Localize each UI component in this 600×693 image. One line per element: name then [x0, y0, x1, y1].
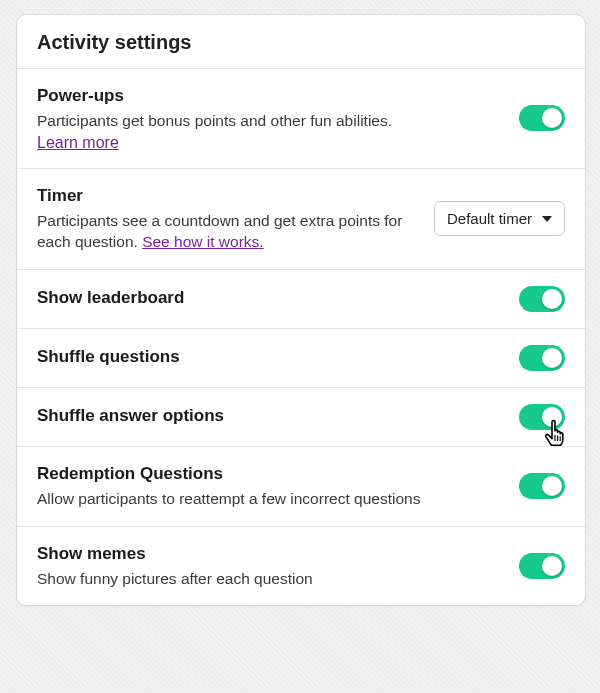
see-how-it-works-link[interactable]: See how it works.: [142, 233, 263, 250]
row-text-shuffle-questions: Shuffle questions: [37, 346, 503, 369]
timer-select-value: Default timer: [447, 210, 532, 227]
learn-more-link[interactable]: Learn more: [37, 134, 503, 152]
activity-settings-panel: Activity settings Power-ups Participants…: [16, 14, 586, 606]
toggle-shuffle-questions[interactable]: [519, 345, 565, 371]
toggle-power-ups[interactable]: [519, 105, 565, 131]
row-text-timer: Timer Participants see a countdown and g…: [37, 185, 418, 253]
row-text-memes: Show memes Show funny pictures after eac…: [37, 543, 503, 590]
row-title-redemption: Redemption Questions: [37, 463, 503, 486]
chevron-down-icon: [542, 216, 552, 222]
panel-title: Activity settings: [37, 31, 565, 54]
row-shuffle-answers: Shuffle answer options: [17, 387, 585, 446]
row-title-timer: Timer: [37, 185, 418, 208]
row-title-shuffle-questions: Shuffle questions: [37, 346, 503, 369]
row-title-power-ups: Power-ups: [37, 85, 503, 108]
row-text-power-ups: Power-ups Participants get bonus points …: [37, 85, 503, 152]
toggle-knob: [542, 407, 562, 427]
toggle-shuffle-answers[interactable]: [519, 404, 565, 430]
row-desc-power-ups: Participants get bonus points and other …: [37, 110, 503, 132]
row-text-leaderboard: Show leaderboard: [37, 287, 503, 310]
row-memes: Show memes Show funny pictures after eac…: [17, 526, 585, 606]
row-title-memes: Show memes: [37, 543, 503, 566]
row-shuffle-questions: Shuffle questions: [17, 328, 585, 387]
row-title-leaderboard: Show leaderboard: [37, 287, 503, 310]
row-power-ups: Power-ups Participants get bonus points …: [17, 68, 585, 168]
row-text-redemption: Redemption Questions Allow participants …: [37, 463, 503, 510]
toggle-knob: [542, 108, 562, 128]
row-leaderboard: Show leaderboard: [17, 269, 585, 328]
row-redemption: Redemption Questions Allow participants …: [17, 446, 585, 526]
toggle-knob: [542, 476, 562, 496]
timer-select[interactable]: Default timer: [434, 201, 565, 236]
row-desc-timer: Participants see a countdown and get ext…: [37, 210, 418, 253]
toggle-redemption[interactable]: [519, 473, 565, 499]
row-timer: Timer Participants see a countdown and g…: [17, 168, 585, 269]
toggle-knob: [542, 348, 562, 368]
toggle-knob: [542, 556, 562, 576]
panel-header: Activity settings: [17, 15, 585, 68]
toggle-leaderboard[interactable]: [519, 286, 565, 312]
toggle-memes[interactable]: [519, 553, 565, 579]
row-title-shuffle-answers: Shuffle answer options: [37, 405, 503, 428]
row-desc-redemption: Allow participants to reattempt a few in…: [37, 488, 503, 510]
row-desc-memes: Show funny pictures after each question: [37, 568, 503, 590]
row-text-shuffle-answers: Shuffle answer options: [37, 405, 503, 428]
toggle-knob: [542, 289, 562, 309]
